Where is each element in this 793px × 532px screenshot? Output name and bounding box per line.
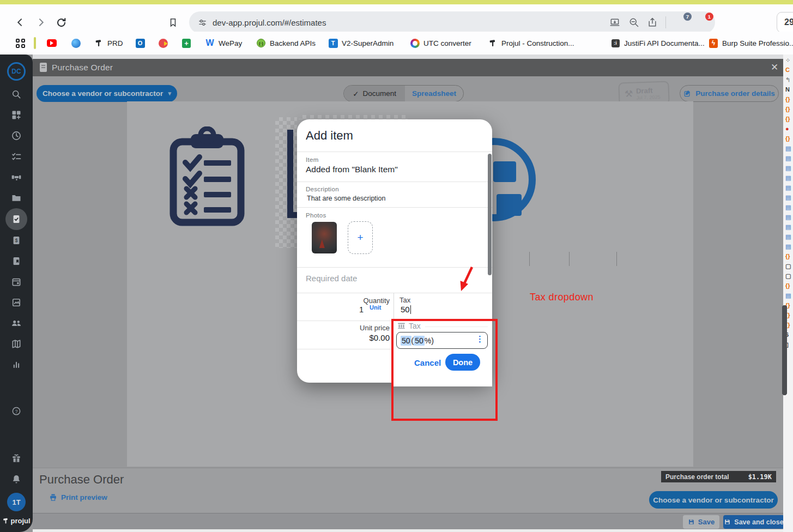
- tax-field-label: Tax: [399, 296, 410, 304]
- panel-item-icon: {}: [785, 282, 791, 289]
- bookmark-justifi[interactable]: :i JustiFi API Documenta...: [610, 32, 705, 55]
- background-image-fragment: [287, 212, 298, 218]
- clock-icon[interactable]: [5, 125, 27, 146]
- tune-icon[interactable]: [198, 18, 207, 27]
- hammer-icon: [94, 38, 104, 48]
- bookmark-burp[interactable]: ϟ Burp Suite Professio...: [709, 32, 793, 55]
- folder-icon[interactable]: [5, 188, 27, 208]
- media-doc-icon[interactable]: [5, 292, 27, 313]
- panel-item-icon: ▤: [785, 223, 791, 231]
- bookmark-sphere[interactable]: [71, 32, 81, 55]
- bookmark-wepay[interactable]: W WePay: [205, 32, 242, 55]
- tax-dropdown-input[interactable]: 50 (50%) ⋮: [396, 332, 488, 349]
- share-icon[interactable]: [647, 17, 658, 28]
- panel-item-icon: ▤: [785, 214, 791, 221]
- bookmark-target[interactable]: [158, 32, 168, 55]
- bookmark-projul[interactable]: Projul - Construction...: [488, 32, 574, 55]
- tools-icon[interactable]: [5, 167, 27, 188]
- tasks-icon[interactable]: [5, 146, 27, 167]
- sphere-icon: [71, 38, 81, 48]
- back-icon[interactable]: [12, 14, 28, 31]
- print-preview-link[interactable]: Print preview: [49, 493, 107, 501]
- unit-link[interactable]: Unit: [370, 304, 381, 311]
- unit-price-label: Unit price: [330, 324, 390, 332]
- invoice-doc-dollar-icon[interactable]: $: [5, 230, 27, 251]
- search-icon[interactable]: [5, 84, 27, 105]
- brave-shield-icon[interactable]: 7: [674, 15, 688, 30]
- help-icon[interactable]: ?: [5, 401, 27, 422]
- right-panel-icon-column: ⁘C↰N{}{}{}●{}▤▤▤▤▤▤▤▤▤▤▤{}▢▢{}▤{}{}{}6▯: [785, 57, 791, 348]
- dashboard-icon[interactable]: [5, 105, 27, 125]
- done-button[interactable]: Done: [445, 354, 480, 371]
- reload-icon[interactable]: [53, 14, 69, 31]
- text-caret: [410, 305, 411, 314]
- cancel-button[interactable]: Cancel: [414, 358, 441, 367]
- forward-icon[interactable]: [33, 14, 49, 31]
- brave-badge: 7: [683, 13, 692, 21]
- quantity-value[interactable]: 1: [359, 305, 364, 314]
- printer-icon: [49, 493, 57, 501]
- tab-counter[interactable]: 29: [777, 12, 793, 33]
- panel-item-icon: ▤: [785, 233, 791, 240]
- photos-field-label: Photos: [306, 212, 326, 219]
- projul-logo: projul: [2, 517, 30, 525]
- bookmark-outlook[interactable]: O: [135, 32, 145, 55]
- save-and-close-button[interactable]: Save and close: [723, 515, 784, 529]
- url-bar[interactable]: dev-app.projul.com/#/estimates 7 1: [189, 11, 715, 33]
- floppy-icon: [688, 518, 695, 525]
- unit-price-value[interactable]: $0.00: [330, 333, 390, 342]
- bookmark-backend-apis[interactable]: (·) Backend APIs: [256, 32, 316, 55]
- bookmark-v2-superadmin[interactable]: T V2-SuperAdmin: [328, 32, 394, 55]
- gift-icon[interactable]: [5, 448, 27, 469]
- calendar-icon[interactable]: [5, 271, 27, 292]
- zoom-out-icon[interactable]: [628, 17, 639, 28]
- justifi-icon: :i: [610, 38, 620, 48]
- estimates-doc-check-icon[interactable]: [5, 208, 27, 230]
- dialog-scrollbar-thumb[interactable]: [488, 154, 492, 275]
- bookmark-sheets[interactable]: +: [181, 32, 191, 55]
- send-to-device-icon[interactable]: [609, 17, 621, 28]
- bookmark-flag-icon[interactable]: [165, 14, 181, 31]
- url-text[interactable]: dev-app.projul.com/#/estimates: [213, 18, 326, 27]
- panel-item-icon: {}: [785, 116, 791, 123]
- clipboard-checklist-graphic: [164, 126, 251, 230]
- item-field-value[interactable]: Added from "Blank Item": [306, 165, 398, 174]
- tab-document[interactable]: ✓ Document: [344, 86, 405, 101]
- choose-vendor-button-top[interactable]: Choose a vendor or subcontractor ▾: [37, 85, 177, 102]
- utc-clock-icon: [410, 38, 420, 48]
- bell-icon[interactable]: [5, 469, 27, 489]
- po-modal-title: Purchase Order: [52, 63, 113, 72]
- add-photo-button[interactable]: +: [348, 221, 373, 254]
- projul-hammer-icon: [488, 38, 498, 48]
- map-icon[interactable]: [5, 334, 27, 354]
- photo-thumbnail[interactable]: [312, 222, 337, 253]
- bookmark-utc-converter[interactable]: UTC converter: [410, 32, 471, 55]
- po-scrollbar-thumb[interactable]: [782, 305, 787, 395]
- youtube-icon: [47, 38, 57, 48]
- description-field-value[interactable]: That are some description: [307, 195, 386, 202]
- workspace-avatar[interactable]: DC: [7, 62, 26, 81]
- svg-text:$: $: [15, 238, 17, 243]
- panel-item-icon: ▤: [785, 292, 791, 299]
- purchase-order-details-button[interactable]: Purchase order details: [680, 85, 779, 102]
- choose-vendor-label: Choose a vendor or subcontractor: [43, 89, 163, 98]
- report-chart-icon[interactable]: [5, 354, 27, 375]
- tax-field-value[interactable]: 50: [401, 305, 411, 314]
- close-icon[interactable]: ✕: [771, 62, 778, 73]
- people-icon[interactable]: [5, 313, 27, 334]
- more-options-icon[interactable]: ⋮: [476, 334, 484, 344]
- panel-item-icon: ▤: [785, 243, 791, 250]
- save-button[interactable]: Save: [683, 515, 719, 529]
- quantity-label: Quantity: [330, 297, 390, 305]
- tab-spreadsheet[interactable]: Spreadsheet: [405, 86, 463, 101]
- burp-icon: ϟ: [709, 38, 718, 48]
- user-avatar[interactable]: 1T: [7, 493, 26, 511]
- bookmark-prd[interactable]: PRD: [94, 32, 123, 55]
- adguard-icon[interactable]: 1: [695, 15, 710, 30]
- bookmark-youtube[interactable]: [47, 32, 57, 55]
- doc-bookmark-icon[interactable]: [5, 251, 27, 271]
- choose-vendor-button-bottom[interactable]: Choose a vendor or subcontractor: [649, 491, 778, 509]
- apps-grid-icon[interactable]: [15, 32, 25, 55]
- right-cutoff-panel: ⁘C↰N{}{}{}●{}▤▤▤▤▤▤▤▤▤▤▤{}▢▢{}▤{}{}{}6▯: [783, 55, 793, 532]
- required-date-field[interactable]: Required date: [306, 274, 357, 283]
